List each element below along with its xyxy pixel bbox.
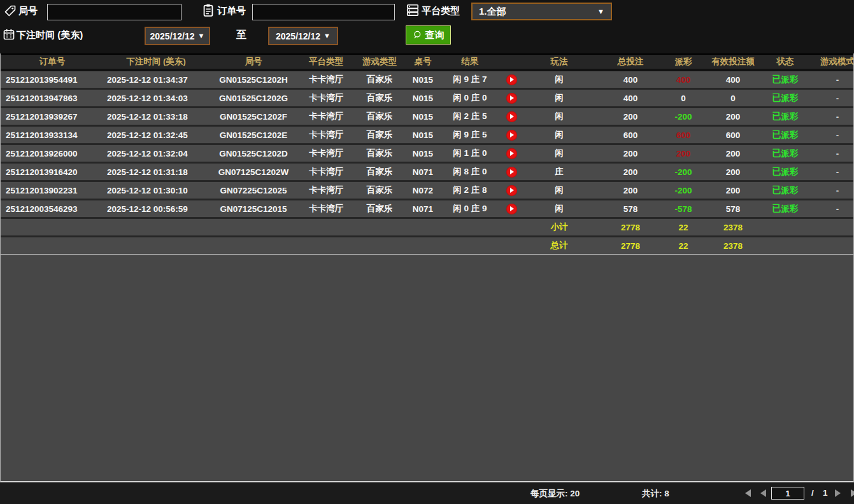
cell-result: 闲 2 庄 5 [440, 111, 500, 122]
cell-replay [500, 74, 523, 85]
cell-replay [500, 130, 523, 141]
cell-table-no: N015 [406, 130, 440, 140]
query-button[interactable]: 查询 [406, 25, 451, 45]
cell-replay [500, 185, 523, 196]
page-size-text: 每页显示: 20 [530, 488, 580, 500]
date-from-picker[interactable]: 2025/12/12 ▼ [145, 27, 210, 45]
cell-game-mode: - [806, 130, 854, 140]
cell-play-method: 庄 [523, 166, 595, 178]
play-triangle [510, 132, 514, 137]
cell-bet-time: 2025-12-12 01:32:04 [104, 149, 208, 158]
prev-page-icon[interactable] [760, 489, 766, 497]
cell-round-no: GN07125C1202W [208, 167, 299, 177]
cell-order-id: 251212013916420 [1, 167, 104, 177]
cell-valid-bet: 200 [701, 167, 765, 177]
replay-play-icon[interactable] [506, 148, 517, 159]
cell-valid-bet: 578 [701, 204, 765, 214]
cell-game-mode: - [806, 75, 854, 85]
cell-valid-bet: 200 [701, 149, 765, 158]
cell-total-bet: 200 [595, 186, 665, 195]
cell-game-mode: - [806, 94, 854, 103]
cell-table-no: N072 [406, 186, 440, 195]
grand-total-payout: 22 [665, 241, 701, 251]
cell-round-no: GN07225C12025 [208, 186, 299, 195]
subtotal-payout: 22 [665, 223, 701, 232]
replay-play-icon[interactable] [506, 204, 517, 214]
cell-game-type: 百家乐 [353, 92, 406, 104]
cell-table-no: N015 [406, 112, 440, 122]
cell-bet-time: 2025-12-12 01:30:10 [104, 186, 208, 195]
cell-total-bet: 200 [595, 112, 665, 122]
platform-type-select[interactable]: 1.全部 ▼ [471, 3, 612, 20]
cell-result: 闲 2 庄 8 [440, 185, 500, 196]
cell-payout: -578 [665, 204, 701, 214]
cell-platform: 卡卡湾厅 [299, 148, 353, 159]
cell-play-method: 闲 [523, 203, 595, 214]
cell-status: 已派彩 [765, 148, 806, 159]
replay-play-icon[interactable] [506, 185, 517, 196]
cell-game-mode: - [806, 149, 854, 158]
cell-payout: -200 [665, 186, 701, 195]
chevron-down-icon: ▼ [324, 32, 331, 39]
subtotal-total-bet: 2778 [595, 223, 665, 232]
cell-table-no: N015 [406, 94, 440, 103]
subtotal-valid-bet: 2378 [701, 223, 765, 232]
page-number-input[interactable] [771, 487, 804, 500]
cell-round-no: GN01525C1202F [208, 112, 299, 122]
cell-game-type: 百家乐 [353, 185, 406, 196]
cell-bet-time: 2025-12-12 01:34:37 [104, 75, 208, 85]
filter-bar: 局号 订单号 平台类型 1.全部 ▼ 下注时间 (美东) 2025/12/12 … [0, 0, 854, 53]
bet-records-table: 订单号 下注时间 (美东) 局号 平台类型 游戏类型 桌号 结果 玩法 总投注 … [0, 53, 854, 482]
first-page-icon[interactable] [745, 489, 751, 497]
cell-round-no: GN01525C1202E [208, 130, 299, 140]
cell-total-bet: 400 [595, 94, 665, 103]
cell-table-no: N015 [406, 149, 440, 158]
play-triangle [510, 151, 514, 156]
cell-result: 闲 9 庄 5 [440, 129, 500, 141]
cell-replay [500, 204, 523, 214]
cell-replay [500, 93, 523, 104]
cell-table-no: N071 [406, 204, 440, 214]
cell-play-method: 闲 [523, 129, 595, 141]
pagination-bar: 每页显示: 20 共计: 8 / 1 [0, 482, 854, 504]
cell-total-bet: 200 [595, 149, 665, 158]
subtotal-label: 小计 [523, 221, 595, 233]
replay-play-icon[interactable] [506, 93, 517, 104]
cell-round-no: GN01525C1202D [208, 149, 299, 158]
bet-time-label: 下注时间 (美东) [17, 29, 83, 41]
col-header-bet-time: 下注时间 (美东) [104, 56, 208, 67]
total-pages-text: 1 [823, 488, 828, 498]
round-no-input[interactable] [47, 4, 181, 20]
date-to-picker[interactable]: 2025/12/12 ▼ [268, 27, 338, 45]
cell-status: 已派彩 [765, 111, 806, 122]
replay-play-icon[interactable] [506, 111, 517, 122]
grand-total-label: 总计 [523, 240, 595, 251]
replay-play-icon[interactable] [506, 74, 517, 85]
grand-total-valid-bet: 2378 [701, 241, 765, 251]
cell-valid-bet: 600 [701, 130, 765, 140]
cell-round-no: GN01525C1202H [208, 75, 299, 85]
cell-platform: 卡卡湾厅 [299, 129, 353, 141]
replay-play-icon[interactable] [506, 130, 517, 141]
order-no-input[interactable] [252, 4, 395, 20]
cell-payout: 0 [665, 94, 701, 103]
cell-table-no: N015 [406, 75, 440, 85]
cell-order-id: 251212013902231 [1, 186, 104, 195]
cell-valid-bet: 200 [701, 112, 765, 122]
cell-total-bet: 578 [595, 204, 665, 214]
col-header-status: 状态 [765, 56, 806, 67]
cell-round-no: GN01525C1202G [208, 94, 299, 103]
cell-total-bet: 600 [595, 130, 665, 140]
cell-game-type: 百家乐 [353, 166, 406, 178]
cell-bet-time: 2025-12-12 01:32:45 [104, 130, 208, 140]
replay-play-icon[interactable] [506, 167, 517, 178]
cell-order-id: 251212013933134 [1, 130, 104, 140]
last-page-icon[interactable] [851, 489, 854, 497]
cell-order-id: 251212003546293 [1, 204, 104, 214]
cell-payout: 600 [665, 130, 701, 140]
cell-payout: 400 [665, 75, 701, 85]
cell-status: 已派彩 [765, 74, 806, 85]
cell-order-id: 251212013926000 [1, 149, 104, 158]
round-no-label: 局号 [18, 5, 38, 17]
next-page-icon[interactable] [835, 489, 841, 497]
